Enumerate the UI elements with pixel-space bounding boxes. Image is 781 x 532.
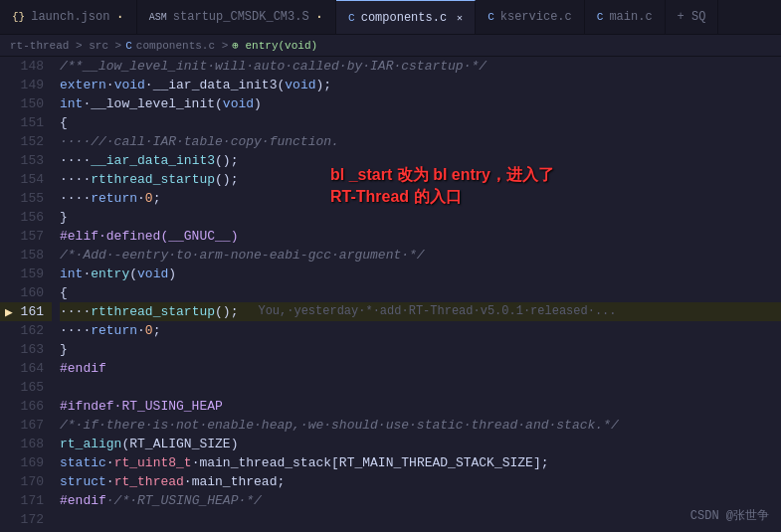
linenum-165: 165 [18, 380, 52, 395]
tab-label-kservice: kservice.c [500, 10, 572, 24]
code-line-148: /**__low_level_init·will·auto·called·by·… [60, 57, 781, 76]
gutter-169: 169 [0, 453, 52, 472]
code-line-160: { [60, 283, 781, 302]
linenum-168: 168 [18, 437, 52, 451]
tab-bar: {} launch.json · ASM startup_CMSDK_CM3.S… [0, 0, 781, 35]
code-line-170: struct·rt_thread·main_thread; [60, 472, 781, 491]
tab-icon-startup: ASM [149, 12, 167, 23]
code-line-162: ····return·0; [60, 321, 781, 340]
code-line-151: { [60, 113, 781, 132]
code-content: /**__low_level_init·will·auto·called·by·… [52, 57, 781, 532]
breadcrumb-func: ⊕ entry(void) [232, 39, 317, 52]
linenum-167: 167 [18, 418, 52, 433]
gutter-164: 164 [0, 359, 52, 378]
tab-launch-json[interactable]: {} launch.json · [0, 0, 137, 35]
code-line-152: ····//·call·IAR·table·copy·function. [60, 132, 781, 151]
code-line-165 [60, 378, 781, 397]
linenum-170: 170 [18, 474, 52, 489]
code-line-157: #elif·defined(__GNUC__) [60, 227, 781, 246]
tab-modified-startup: · [315, 9, 323, 25]
gutter-167: 167 [0, 416, 52, 435]
tab-label-components: components.c [361, 11, 447, 25]
linenum-151: 151 [18, 115, 52, 130]
code-line-153: ····__iar_data_init3(); [60, 151, 781, 170]
gutter-162: 162 [0, 321, 52, 340]
tab-label-main: main.c [609, 10, 652, 24]
linenum-166: 166 [18, 399, 52, 414]
tab-label-startup: startup_CMSDK_CM3.S [173, 10, 309, 24]
gutter-165: 165 [0, 378, 52, 397]
code-line-159: int·entry(void) [60, 265, 781, 283]
code-line-171: #endif·/*·RT_USING_HEAP·*/ [60, 491, 781, 510]
gutter-151: 151 [0, 113, 52, 132]
linenum-163: 163 [18, 342, 52, 357]
gutter-156: 156 [0, 208, 52, 227]
linenum-155: 155 [18, 191, 52, 206]
code-line-154: ····rtthread_startup(); [60, 170, 781, 189]
gutter-161: ▶ 161 [0, 302, 52, 321]
tab-modified-launch: · [115, 9, 123, 25]
code-line-158: /*·Add·-eentry·to·arm-none-eabi-gcc·argu… [60, 246, 781, 265]
code-line-168: rt_align(RT_ALIGN_SIZE) [60, 435, 781, 453]
linenum-150: 150 [18, 96, 52, 111]
tab-icon-main: C [597, 11, 604, 23]
gutter-172: 172 [0, 510, 52, 529]
linenum-157: 157 [18, 229, 52, 244]
code-line-161: ····rtthread_startup(); You,·yesterday·*… [60, 302, 781, 321]
watermark: CSDN @张世争 [690, 507, 769, 524]
gutter-154: 154 [0, 170, 52, 189]
gutter-148: 148 [0, 57, 52, 76]
code-line-149: extern·void·__iar_data_init3(void); [60, 76, 781, 94]
linenum-158: 158 [18, 248, 52, 263]
tab-more-label: + SQ [678, 10, 706, 24]
gutter-171: 171 [0, 491, 52, 510]
breadcrumb-text: rt-thread > src > [10, 40, 121, 52]
linenum-169: 169 [18, 455, 52, 470]
linenum-159: 159 [18, 266, 52, 281]
code-area: 148 149 150 151 152 153 154 155 [0, 57, 781, 532]
code-line-156: } [60, 208, 781, 227]
gutter-157: 157 [0, 227, 52, 246]
gutter-152: 152 [0, 132, 52, 151]
breadcrumb-lang: C [125, 40, 132, 52]
linenum-164: 164 [18, 361, 52, 376]
linenum-154: 154 [18, 172, 52, 187]
linenum-153: 153 [18, 153, 52, 168]
linenum-148: 148 [18, 59, 52, 74]
gutter-150: 150 [0, 94, 52, 113]
gutter-163: 163 [0, 340, 52, 359]
linenum-171: 171 [18, 493, 52, 508]
gutter-170: 170 [0, 472, 52, 491]
breadcrumb: rt-thread > src > C components.c > ⊕ ent… [0, 35, 781, 57]
linenum-149: 149 [18, 78, 52, 92]
gutter-160: 160 [0, 283, 52, 302]
tab-startup[interactable]: ASM startup_CMSDK_CM3.S · [137, 0, 336, 35]
tab-close-components[interactable]: ✕ [457, 12, 463, 24]
gutter-166: 166 [0, 397, 52, 416]
gutter: 148 149 150 151 152 153 154 155 [0, 57, 52, 532]
tab-icon-launch: {} [12, 11, 25, 23]
tab-more[interactable]: + SQ [666, 0, 719, 35]
git-blame-161: You,·yesterday·*·add·RT-Thread·v5.0.1·re… [258, 302, 616, 321]
tab-kservice[interactable]: C kservice.c [476, 0, 585, 35]
gutter-153: 153 [0, 151, 52, 170]
code-text-148: /**__low_level_init·will·auto·called·by·… [60, 57, 487, 76]
code-line-163: } [60, 340, 781, 359]
gutter-158: 158 [0, 246, 52, 265]
breadcrumb-sep1: components.c > [136, 40, 228, 52]
linenum-156: 156 [18, 210, 52, 225]
linenum-161: 161 [18, 304, 52, 319]
code-line-150: int·__low_level_init(void) [60, 94, 781, 113]
linenum-152: 152 [18, 134, 52, 149]
tab-icon-kservice: C [488, 11, 494, 23]
code-line-164: #endif [60, 359, 781, 378]
code-line-166: #ifndef·RT_USING_HEAP [60, 397, 781, 416]
tab-main[interactable]: C main.c [585, 0, 666, 35]
linenum-172: 172 [18, 512, 52, 527]
gutter-149: 149 [0, 76, 52, 94]
tab-components-c[interactable]: C components.c ✕ [336, 0, 476, 35]
debug-arrow-161: ▶ [0, 304, 18, 320]
gutter-159: 159 [0, 265, 52, 283]
code-line-172 [60, 510, 781, 529]
gutter-155: 155 [0, 189, 52, 208]
